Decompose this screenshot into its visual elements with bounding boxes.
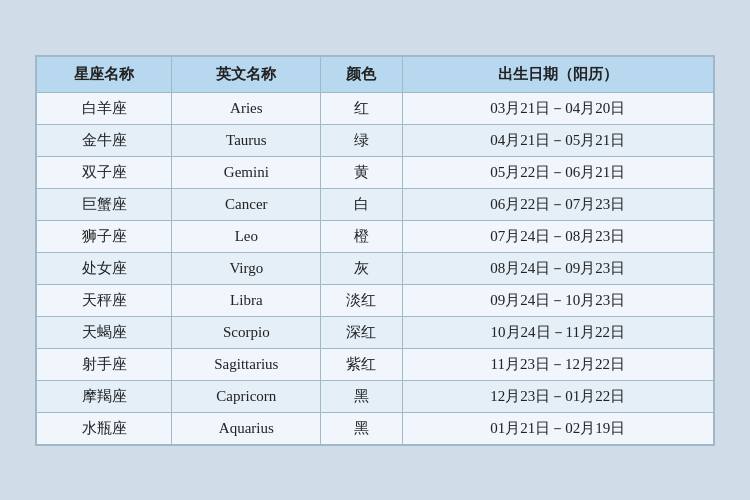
zodiac-table: 星座名称 英文名称 颜色 出生日期（阳历） 白羊座Aries红03月21日－04…	[36, 56, 714, 445]
cell-date: 04月21日－05月21日	[402, 124, 713, 156]
table-row: 狮子座Leo橙07月24日－08月23日	[37, 220, 714, 252]
table-body: 白羊座Aries红03月21日－04月20日金牛座Taurus绿04月21日－0…	[37, 92, 714, 444]
cell-color: 黑	[321, 412, 402, 444]
table-row: 天蝎座Scorpio深红10月24日－11月22日	[37, 316, 714, 348]
header-english: 英文名称	[172, 56, 321, 92]
cell-chinese: 白羊座	[37, 92, 172, 124]
cell-chinese: 水瓶座	[37, 412, 172, 444]
table-row: 处女座Virgo灰08月24日－09月23日	[37, 252, 714, 284]
cell-english: Aquarius	[172, 412, 321, 444]
cell-date: 09月24日－10月23日	[402, 284, 713, 316]
cell-english: Gemini	[172, 156, 321, 188]
cell-english: Aries	[172, 92, 321, 124]
cell-date: 03月21日－04月20日	[402, 92, 713, 124]
table-row: 射手座Sagittarius紫红11月23日－12月22日	[37, 348, 714, 380]
cell-chinese: 处女座	[37, 252, 172, 284]
table-row: 巨蟹座Cancer白06月22日－07月23日	[37, 188, 714, 220]
cell-color: 红	[321, 92, 402, 124]
cell-date: 01月21日－02月19日	[402, 412, 713, 444]
cell-english: Cancer	[172, 188, 321, 220]
cell-chinese: 天蝎座	[37, 316, 172, 348]
cell-chinese: 金牛座	[37, 124, 172, 156]
cell-english: Libra	[172, 284, 321, 316]
cell-color: 白	[321, 188, 402, 220]
cell-color: 黄	[321, 156, 402, 188]
table-row: 白羊座Aries红03月21日－04月20日	[37, 92, 714, 124]
cell-color: 橙	[321, 220, 402, 252]
zodiac-table-container: 星座名称 英文名称 颜色 出生日期（阳历） 白羊座Aries红03月21日－04…	[35, 55, 715, 446]
header-chinese: 星座名称	[37, 56, 172, 92]
cell-date: 11月23日－12月22日	[402, 348, 713, 380]
cell-english: Scorpio	[172, 316, 321, 348]
cell-english: Sagittarius	[172, 348, 321, 380]
table-header-row: 星座名称 英文名称 颜色 出生日期（阳历）	[37, 56, 714, 92]
cell-color: 淡红	[321, 284, 402, 316]
cell-date: 07月24日－08月23日	[402, 220, 713, 252]
table-row: 水瓶座Aquarius黑01月21日－02月19日	[37, 412, 714, 444]
cell-color: 灰	[321, 252, 402, 284]
cell-color: 绿	[321, 124, 402, 156]
cell-chinese: 天秤座	[37, 284, 172, 316]
table-row: 天秤座Libra淡红09月24日－10月23日	[37, 284, 714, 316]
table-row: 金牛座Taurus绿04月21日－05月21日	[37, 124, 714, 156]
cell-date: 08月24日－09月23日	[402, 252, 713, 284]
cell-english: Taurus	[172, 124, 321, 156]
header-color: 颜色	[321, 56, 402, 92]
cell-color: 黑	[321, 380, 402, 412]
cell-chinese: 双子座	[37, 156, 172, 188]
cell-chinese: 巨蟹座	[37, 188, 172, 220]
cell-date: 06月22日－07月23日	[402, 188, 713, 220]
table-row: 双子座Gemini黄05月22日－06月21日	[37, 156, 714, 188]
cell-english: Leo	[172, 220, 321, 252]
cell-chinese: 狮子座	[37, 220, 172, 252]
cell-date: 05月22日－06月21日	[402, 156, 713, 188]
cell-date: 12月23日－01月22日	[402, 380, 713, 412]
cell-english: Virgo	[172, 252, 321, 284]
cell-chinese: 摩羯座	[37, 380, 172, 412]
table-row: 摩羯座Capricorn黑12月23日－01月22日	[37, 380, 714, 412]
cell-color: 紫红	[321, 348, 402, 380]
cell-date: 10月24日－11月22日	[402, 316, 713, 348]
header-date: 出生日期（阳历）	[402, 56, 713, 92]
cell-english: Capricorn	[172, 380, 321, 412]
cell-color: 深红	[321, 316, 402, 348]
cell-chinese: 射手座	[37, 348, 172, 380]
